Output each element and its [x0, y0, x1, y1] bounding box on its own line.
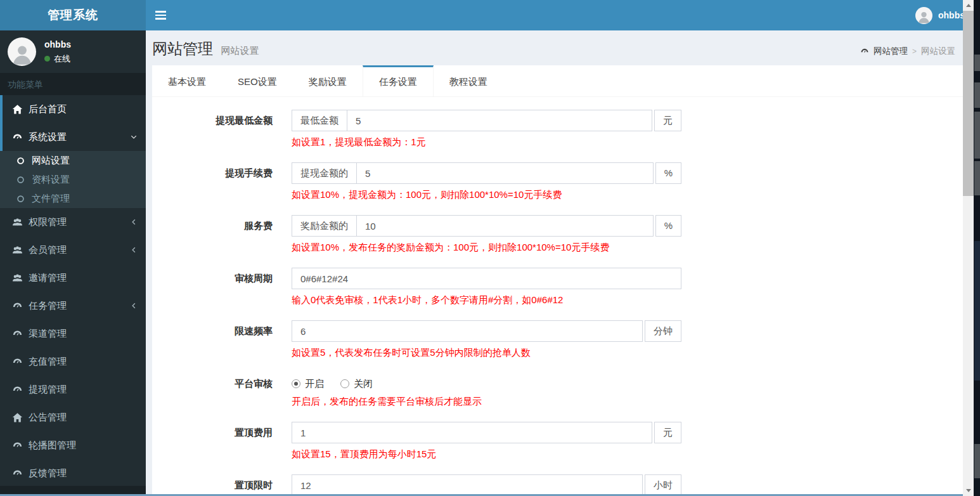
field-label: 服务费 — [152, 215, 292, 254]
sidebar-item-dashboard[interactable]: 后台首页 — [0, 95, 146, 123]
page-subtitle: 网站设置 — [221, 45, 259, 56]
sidebar-item-site-settings[interactable]: 网站设置 — [0, 151, 146, 170]
sidebar-item-carousel[interactable]: 轮播图管理 — [0, 431, 146, 459]
sidebar-item-invites[interactable]: 邀请管理 — [0, 264, 146, 292]
settings-tabs: 基本设置 SEO设置 奖励设置 任务设置 教程设置 — [152, 65, 963, 97]
input-prefix-addon: 奖励金额的 — [292, 215, 356, 237]
circle-o-icon — [15, 195, 26, 203]
user-avatar — [915, 7, 932, 24]
input-prefix-addon: 提现金额的 — [292, 162, 356, 184]
users-icon — [12, 273, 23, 284]
field-help-text: 如设置5，代表发布任务时可设置5分钟内限制的抢单人数 — [292, 347, 681, 359]
person-icon — [917, 10, 931, 24]
page-title: 网站管理 — [152, 40, 213, 57]
breadcrumb: 网站管理 > 网站设置 — [860, 46, 955, 57]
field-label: 置顶限时 — [152, 474, 292, 494]
field-help-text: 输入0代表免审核，1代表1小时，多个数字请用#分割，如0#6#12 — [292, 294, 681, 306]
form-row-withdrawal-fee: 提现手续费 提现金额的 % 如设置10%，提现金额为：100元，则扣除100*1… — [152, 162, 963, 201]
gauge-icon — [12, 440, 23, 451]
settings-card: 基本设置 SEO设置 奖励设置 任务设置 教程设置 提现最低金额 最低金额 元 … — [152, 65, 963, 494]
review-cycle-input[interactable] — [292, 268, 681, 289]
sidebar-item-recharge[interactable]: 充值管理 — [0, 348, 146, 375]
users-icon — [12, 217, 23, 228]
navbar: ohbbs — [146, 0, 974, 30]
min-withdrawal-input[interactable] — [347, 110, 652, 131]
arrow-up-icon — [966, 4, 971, 7]
app-logo[interactable]: 管理系统 — [0, 0, 146, 30]
sidebar-item-file-management[interactable]: 文件管理 — [0, 189, 146, 208]
pin-fee-input[interactable] — [292, 422, 652, 443]
sidebar-item-members[interactable]: 会员管理 — [0, 236, 146, 264]
form-row-min-withdrawal: 提现最低金额 最低金额 元 如设置1，提现最低金额为：1元 — [152, 110, 963, 148]
sidebar-submenu-system: 网站设置 资料设置 文件管理 — [0, 151, 146, 208]
sidebar-item-feedback[interactable]: 反馈管理 — [0, 459, 146, 487]
person-icon — [10, 42, 34, 66]
gauge-icon — [12, 384, 23, 395]
input-suffix-addon: 元 — [654, 110, 681, 131]
gauge-icon — [12, 468, 23, 479]
field-label: 限速频率 — [152, 320, 292, 359]
field-help-text: 如设置15，置顶费用为每小时15元 — [292, 448, 681, 460]
input-prefix-addon: 最低金额 — [292, 110, 347, 131]
sidebar-toggle-button[interactable] — [146, 0, 175, 30]
chevron-left-icon — [130, 246, 138, 254]
field-label: 审核周期 — [152, 268, 292, 306]
tab-tutorial-settings[interactable]: 教程设置 — [434, 65, 503, 96]
radio-option-label[interactable]: 开启 — [305, 378, 324, 390]
breadcrumb-root[interactable]: 网站管理 — [874, 46, 908, 57]
tab-reward-settings[interactable]: 奖励设置 — [293, 65, 363, 96]
field-label: 置顶费用 — [152, 422, 292, 460]
service-fee-input[interactable] — [356, 215, 654, 237]
gauge-icon — [12, 301, 23, 311]
tab-seo-settings[interactable]: SEO设置 — [222, 65, 293, 96]
sidebar-menu: 后台首页 系统设置 网站设置 资料设置 文件管理 权限管理 — [0, 95, 146, 487]
tab-task-settings[interactable]: 任务设置 — [363, 65, 434, 96]
online-status-label: 在线 — [54, 53, 70, 65]
gauge-icon — [12, 356, 23, 367]
arrow-down-icon — [966, 489, 971, 492]
platform-review-off-radio[interactable] — [340, 379, 349, 388]
username-label: ohbbs — [938, 10, 965, 20]
sidebar-item-profile-settings[interactable]: 资料设置 — [0, 170, 146, 189]
form-row-pin-duration: 置顶限时 小时 — [152, 474, 963, 494]
sidebar-user-panel: ohbbs 在线 — [0, 30, 146, 73]
field-help-text: 如设置1，提现最低金额为：1元 — [292, 136, 681, 148]
input-suffix-addon: % — [655, 215, 681, 237]
field-label: 提现最低金额 — [152, 110, 292, 148]
field-help-text: 开启后，发布的任务需要平台审核后才能显示 — [292, 396, 681, 408]
users-icon — [12, 245, 23, 256]
gauge-icon — [12, 132, 23, 143]
sidebar-item-announcements[interactable]: 公告管理 — [0, 403, 146, 431]
top-header: 管理系统 ohbbs — [0, 0, 974, 30]
withdrawal-fee-input[interactable] — [356, 162, 654, 184]
gauge-icon — [12, 329, 23, 339]
pin-duration-input[interactable] — [292, 474, 643, 494]
sidebar-item-withdrawals[interactable]: 提现管理 — [0, 375, 146, 403]
vertical-scrollbar[interactable] — [963, 0, 974, 496]
form-row-service-fee: 服务费 奖励金额的 % 如设置10%，发布任务的奖励金额为：100元，则扣除10… — [152, 215, 963, 254]
field-help-text: 如设置10%，提现金额为：100元，则扣除100*10%=10元手续费 — [292, 189, 681, 201]
platform-review-on-radio[interactable] — [292, 379, 300, 388]
external-window-strip — [974, 0, 980, 496]
scroll-down-button[interactable] — [963, 485, 974, 496]
hamburger-icon — [155, 11, 166, 13]
scroll-up-button[interactable] — [963, 0, 974, 11]
circle-o-icon — [15, 176, 26, 184]
scrollbar-thumb[interactable] — [963, 11, 974, 196]
sidebar-item-channels[interactable]: 渠道管理 — [0, 320, 146, 348]
input-suffix-addon: % — [655, 162, 681, 184]
tab-basic-settings[interactable]: 基本设置 — [152, 65, 222, 96]
rate-limit-input[interactable] — [292, 320, 643, 342]
field-help-text: 如设置10%，发布任务的奖励金额为：100元，则扣除100*10%=10元手续费 — [292, 242, 681, 254]
chevron-left-icon — [130, 218, 138, 226]
form-row-rate-limit: 限速频率 分钟 如设置5，代表发布任务时可设置5分钟内限制的抢单人数 — [152, 320, 963, 359]
radio-option-label[interactable]: 关闭 — [354, 378, 373, 390]
chevron-down-icon — [130, 133, 138, 141]
sidebar-username: ohbbs — [44, 39, 71, 49]
content-area: 网站管理 网站设置 网站管理 > 网站设置 基本设置 SEO设置 奖励设置 任务… — [146, 30, 963, 494]
sidebar-item-permissions[interactable]: 权限管理 — [0, 208, 146, 236]
sidebar-item-tasks[interactable]: 任务管理 — [0, 292, 146, 320]
user-menu[interactable]: ohbbs — [915, 0, 965, 30]
sidebar-item-system-settings[interactable]: 系统设置 — [0, 123, 146, 151]
breadcrumb-separator: > — [912, 47, 917, 56]
